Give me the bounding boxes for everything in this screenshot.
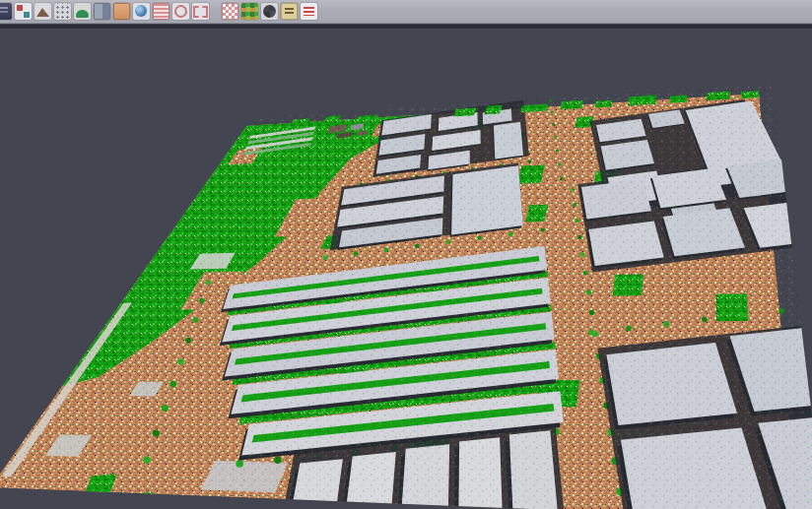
terrain-brown-icon[interactable]	[34, 3, 51, 20]
surface-green-icon[interactable]	[74, 3, 91, 20]
classification-colors-icon[interactable]	[241, 3, 258, 20]
flag-red-icon[interactable]	[301, 3, 317, 20]
toolbar-divider	[0, 25, 812, 29]
point-cloud	[0, 29, 812, 509]
globe-3d-icon[interactable]	[133, 3, 150, 20]
noise-overlay	[0, 29, 812, 509]
toolbar-separator	[212, 3, 219, 20]
points-icon[interactable]	[54, 3, 71, 20]
panel-blue-icon[interactable]	[94, 3, 110, 20]
checker-dither-icon[interactable]	[222, 3, 238, 20]
sphere-mesh-icon[interactable]	[261, 3, 278, 20]
file-dark-icon[interactable]	[0, 3, 12, 20]
application-window	[0, 0, 812, 509]
viewport-3d[interactable]	[0, 29, 812, 509]
annotation-icon[interactable]	[281, 3, 298, 20]
toolbar	[0, 0, 812, 24]
rect-select-icon[interactable]	[192, 3, 209, 20]
circle-select-icon[interactable]	[172, 3, 189, 20]
ortho-image-icon[interactable]	[113, 3, 130, 20]
import-colors-icon[interactable]	[15, 3, 32, 20]
point-cloud-render	[0, 0, 812, 509]
layers-red-icon[interactable]	[153, 3, 169, 20]
